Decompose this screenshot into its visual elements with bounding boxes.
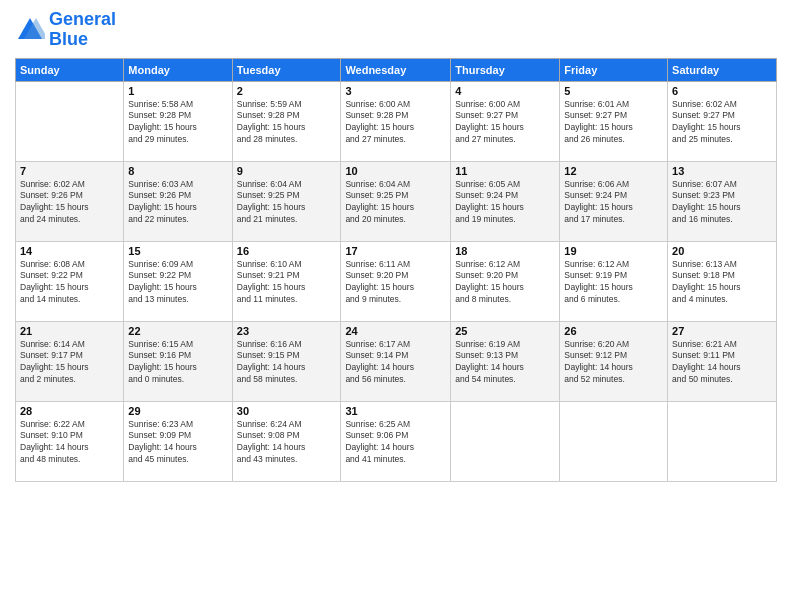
- day-number: 27: [672, 325, 772, 337]
- calendar-cell: 29Sunrise: 6:23 AM Sunset: 9:09 PM Dayli…: [124, 401, 232, 481]
- day-info: Sunrise: 6:12 AM Sunset: 9:19 PM Dayligh…: [564, 259, 663, 307]
- logo-icon: [15, 15, 45, 45]
- day-info: Sunrise: 6:12 AM Sunset: 9:20 PM Dayligh…: [455, 259, 555, 307]
- calendar-cell: 9Sunrise: 6:04 AM Sunset: 9:25 PM Daylig…: [232, 161, 341, 241]
- calendar-cell: 20Sunrise: 6:13 AM Sunset: 9:18 PM Dayli…: [668, 241, 777, 321]
- calendar-cell: 16Sunrise: 6:10 AM Sunset: 9:21 PM Dayli…: [232, 241, 341, 321]
- day-number: 6: [672, 85, 772, 97]
- day-info: Sunrise: 6:23 AM Sunset: 9:09 PM Dayligh…: [128, 419, 227, 467]
- day-info: Sunrise: 6:16 AM Sunset: 9:15 PM Dayligh…: [237, 339, 337, 387]
- day-info: Sunrise: 6:04 AM Sunset: 9:25 PM Dayligh…: [237, 179, 337, 227]
- day-number: 17: [345, 245, 446, 257]
- day-number: 16: [237, 245, 337, 257]
- col-header-saturday: Saturday: [668, 58, 777, 81]
- col-header-sunday: Sunday: [16, 58, 124, 81]
- calendar-cell: 3Sunrise: 6:00 AM Sunset: 9:28 PM Daylig…: [341, 81, 451, 161]
- day-info: Sunrise: 6:17 AM Sunset: 9:14 PM Dayligh…: [345, 339, 446, 387]
- calendar-cell: [16, 81, 124, 161]
- calendar-cell: 1Sunrise: 5:58 AM Sunset: 9:28 PM Daylig…: [124, 81, 232, 161]
- col-header-monday: Monday: [124, 58, 232, 81]
- calendar-cell: 28Sunrise: 6:22 AM Sunset: 9:10 PM Dayli…: [16, 401, 124, 481]
- day-number: 8: [128, 165, 227, 177]
- logo-text: General Blue: [49, 10, 116, 50]
- day-number: 2: [237, 85, 337, 97]
- calendar-cell: 17Sunrise: 6:11 AM Sunset: 9:20 PM Dayli…: [341, 241, 451, 321]
- day-info: Sunrise: 6:15 AM Sunset: 9:16 PM Dayligh…: [128, 339, 227, 387]
- day-number: 26: [564, 325, 663, 337]
- day-number: 30: [237, 405, 337, 417]
- day-info: Sunrise: 6:05 AM Sunset: 9:24 PM Dayligh…: [455, 179, 555, 227]
- day-number: 24: [345, 325, 446, 337]
- day-number: 14: [20, 245, 119, 257]
- calendar-cell: 7Sunrise: 6:02 AM Sunset: 9:26 PM Daylig…: [16, 161, 124, 241]
- day-info: Sunrise: 6:07 AM Sunset: 9:23 PM Dayligh…: [672, 179, 772, 227]
- day-info: Sunrise: 6:22 AM Sunset: 9:10 PM Dayligh…: [20, 419, 119, 467]
- day-info: Sunrise: 6:01 AM Sunset: 9:27 PM Dayligh…: [564, 99, 663, 147]
- calendar-cell: 24Sunrise: 6:17 AM Sunset: 9:14 PM Dayli…: [341, 321, 451, 401]
- calendar-cell: 14Sunrise: 6:08 AM Sunset: 9:22 PM Dayli…: [16, 241, 124, 321]
- day-info: Sunrise: 6:03 AM Sunset: 9:26 PM Dayligh…: [128, 179, 227, 227]
- calendar-cell: [560, 401, 668, 481]
- day-number: 20: [672, 245, 772, 257]
- day-number: 3: [345, 85, 446, 97]
- day-info: Sunrise: 6:20 AM Sunset: 9:12 PM Dayligh…: [564, 339, 663, 387]
- calendar-cell: 18Sunrise: 6:12 AM Sunset: 9:20 PM Dayli…: [451, 241, 560, 321]
- day-info: Sunrise: 6:11 AM Sunset: 9:20 PM Dayligh…: [345, 259, 446, 307]
- day-number: 25: [455, 325, 555, 337]
- day-number: 28: [20, 405, 119, 417]
- day-info: Sunrise: 6:02 AM Sunset: 9:27 PM Dayligh…: [672, 99, 772, 147]
- day-number: 18: [455, 245, 555, 257]
- day-number: 9: [237, 165, 337, 177]
- calendar-cell: 25Sunrise: 6:19 AM Sunset: 9:13 PM Dayli…: [451, 321, 560, 401]
- day-info: Sunrise: 6:25 AM Sunset: 9:06 PM Dayligh…: [345, 419, 446, 467]
- calendar-cell: 31Sunrise: 6:25 AM Sunset: 9:06 PM Dayli…: [341, 401, 451, 481]
- calendar-cell: 5Sunrise: 6:01 AM Sunset: 9:27 PM Daylig…: [560, 81, 668, 161]
- calendar-cell: 23Sunrise: 6:16 AM Sunset: 9:15 PM Dayli…: [232, 321, 341, 401]
- day-number: 10: [345, 165, 446, 177]
- calendar-cell: 30Sunrise: 6:24 AM Sunset: 9:08 PM Dayli…: [232, 401, 341, 481]
- day-number: 11: [455, 165, 555, 177]
- calendar-cell: [668, 401, 777, 481]
- day-info: Sunrise: 6:21 AM Sunset: 9:11 PM Dayligh…: [672, 339, 772, 387]
- day-info: Sunrise: 6:24 AM Sunset: 9:08 PM Dayligh…: [237, 419, 337, 467]
- day-info: Sunrise: 6:10 AM Sunset: 9:21 PM Dayligh…: [237, 259, 337, 307]
- day-info: Sunrise: 6:13 AM Sunset: 9:18 PM Dayligh…: [672, 259, 772, 307]
- calendar-cell: 19Sunrise: 6:12 AM Sunset: 9:19 PM Dayli…: [560, 241, 668, 321]
- calendar-cell: 11Sunrise: 6:05 AM Sunset: 9:24 PM Dayli…: [451, 161, 560, 241]
- day-number: 5: [564, 85, 663, 97]
- col-header-thursday: Thursday: [451, 58, 560, 81]
- day-number: 22: [128, 325, 227, 337]
- day-info: Sunrise: 6:09 AM Sunset: 9:22 PM Dayligh…: [128, 259, 227, 307]
- day-number: 4: [455, 85, 555, 97]
- calendar-cell: 2Sunrise: 5:59 AM Sunset: 9:28 PM Daylig…: [232, 81, 341, 161]
- logo: General Blue: [15, 10, 116, 50]
- calendar-cell: 4Sunrise: 6:00 AM Sunset: 9:27 PM Daylig…: [451, 81, 560, 161]
- calendar-cell: 27Sunrise: 6:21 AM Sunset: 9:11 PM Dayli…: [668, 321, 777, 401]
- day-number: 12: [564, 165, 663, 177]
- calendar-cell: [451, 401, 560, 481]
- calendar-table: SundayMondayTuesdayWednesdayThursdayFrid…: [15, 58, 777, 482]
- header: General Blue: [15, 10, 777, 50]
- day-info: Sunrise: 6:08 AM Sunset: 9:22 PM Dayligh…: [20, 259, 119, 307]
- day-info: Sunrise: 6:00 AM Sunset: 9:27 PM Dayligh…: [455, 99, 555, 147]
- day-info: Sunrise: 6:19 AM Sunset: 9:13 PM Dayligh…: [455, 339, 555, 387]
- calendar-cell: 10Sunrise: 6:04 AM Sunset: 9:25 PM Dayli…: [341, 161, 451, 241]
- col-header-tuesday: Tuesday: [232, 58, 341, 81]
- day-number: 13: [672, 165, 772, 177]
- day-info: Sunrise: 6:02 AM Sunset: 9:26 PM Dayligh…: [20, 179, 119, 227]
- col-header-friday: Friday: [560, 58, 668, 81]
- calendar-cell: 15Sunrise: 6:09 AM Sunset: 9:22 PM Dayli…: [124, 241, 232, 321]
- day-number: 31: [345, 405, 446, 417]
- day-number: 15: [128, 245, 227, 257]
- day-info: Sunrise: 5:59 AM Sunset: 9:28 PM Dayligh…: [237, 99, 337, 147]
- calendar-cell: 8Sunrise: 6:03 AM Sunset: 9:26 PM Daylig…: [124, 161, 232, 241]
- calendar-cell: 13Sunrise: 6:07 AM Sunset: 9:23 PM Dayli…: [668, 161, 777, 241]
- day-info: Sunrise: 6:04 AM Sunset: 9:25 PM Dayligh…: [345, 179, 446, 227]
- day-info: Sunrise: 6:00 AM Sunset: 9:28 PM Dayligh…: [345, 99, 446, 147]
- page: General Blue SundayMondayTuesdayWednesda…: [0, 0, 792, 612]
- col-header-wednesday: Wednesday: [341, 58, 451, 81]
- day-info: Sunrise: 6:06 AM Sunset: 9:24 PM Dayligh…: [564, 179, 663, 227]
- calendar-cell: 22Sunrise: 6:15 AM Sunset: 9:16 PM Dayli…: [124, 321, 232, 401]
- day-number: 7: [20, 165, 119, 177]
- day-number: 19: [564, 245, 663, 257]
